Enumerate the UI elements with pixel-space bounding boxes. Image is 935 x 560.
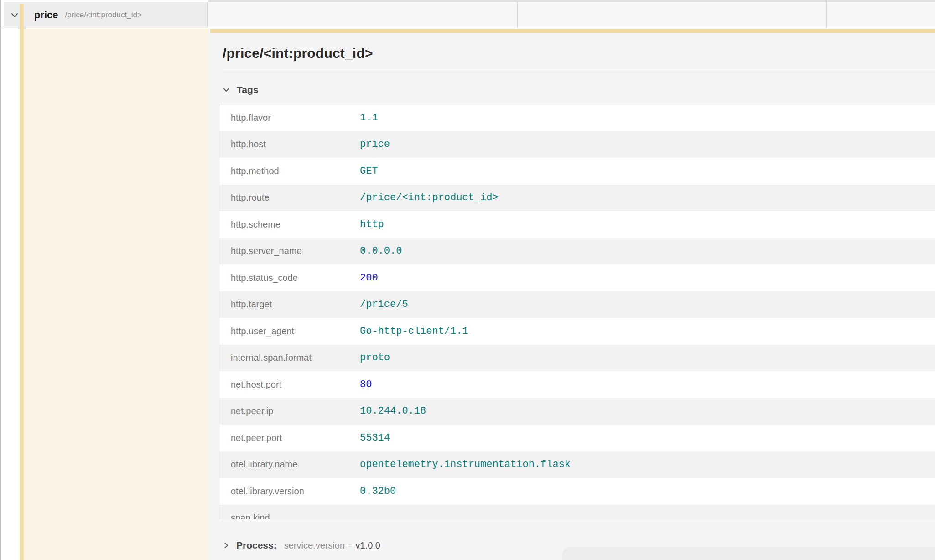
tag-value: 0.32b0: [360, 486, 396, 497]
tag-key: http.scheme: [219, 219, 360, 230]
tag-value: 55314: [360, 432, 390, 444]
header-bottom-border: [0, 28, 935, 28]
timeline-ruler: [208, 0, 935, 28]
tag-row: http.hostprice: [219, 131, 935, 158]
tag-key: http.route: [219, 192, 360, 203]
left-gutter: [1, 0, 20, 560]
tag-row: http.flavor1.1: [219, 104, 935, 131]
tag-key: http.server_name: [219, 246, 360, 256]
tag-value: GET: [360, 166, 378, 177]
tag-value: http: [360, 219, 384, 230]
tag-value: proto: [360, 352, 390, 363]
tag-value: opentelemetry.instrumentation.flask: [360, 459, 571, 470]
tag-row: http.target/price/5: [219, 291, 935, 318]
span-detail-title: /price/<int:product_id>: [223, 46, 373, 61]
process-value: v1.0.0: [355, 540, 380, 551]
tag-key: net.peer.port: [219, 433, 360, 443]
tag-row: span.kind: [219, 505, 935, 519]
process-key: service.version: [284, 540, 345, 551]
title-divider: [223, 72, 935, 72]
tag-row: http.server_name0.0.0.0: [219, 238, 935, 265]
timeline-ruler-cell: [826, 2, 935, 28]
process-section-header[interactable]: Process: service.version = v1.0.0: [223, 537, 380, 554]
tag-key: otel.library.name: [219, 459, 360, 470]
timeline-ruler-cell: [517, 2, 826, 28]
tags-section-label: Tags: [237, 84, 258, 95]
tags-table: http.flavor1.1http.hostpricehttp.methodG…: [219, 104, 935, 519]
trace-timeline-view: price /price/<int:product_id> /price/<in…: [0, 0, 935, 560]
tag-row: http.status_code200: [219, 264, 935, 291]
tag-row: http.methodGET: [219, 158, 935, 185]
tag-row: otel.library.nameopentelemetry.instrumen…: [219, 451, 935, 478]
tag-value: 0.0.0.0: [360, 245, 402, 257]
tag-key: otel.library.version: [219, 486, 360, 497]
tag-key: http.flavor: [219, 113, 360, 123]
tag-key: net.host.port: [219, 379, 360, 390]
tag-key: net.peer.ip: [219, 406, 360, 416]
process-separator: =: [348, 541, 352, 550]
tag-row: http.user_agentGo-http-client/1.1: [219, 318, 935, 345]
tag-key: span.kind: [219, 513, 360, 519]
detail-accent-bar: [210, 29, 935, 33]
tag-value: Go-http-client/1.1: [360, 326, 468, 337]
tags-section-header[interactable]: Tags: [223, 83, 258, 97]
expanded-span-row-background: [24, 28, 208, 560]
tag-row: net.host.port80: [219, 371, 935, 398]
tag-value: 1.1: [360, 112, 378, 124]
tag-row: http.schemehttp: [219, 211, 935, 238]
chevron-down-icon[interactable]: [10, 10, 20, 20]
tag-key: http.method: [219, 166, 360, 176]
chevron-down-icon[interactable]: [223, 86, 230, 93]
tag-value: 200: [360, 272, 378, 284]
process-label: Process:: [236, 540, 277, 551]
tag-key: internal.span.format: [219, 353, 360, 363]
tag-row: internal.span.formatproto: [219, 345, 935, 372]
timeline-ruler-cell: [208, 2, 517, 28]
tag-key: http.host: [219, 139, 360, 150]
tag-row: net.peer.port55314: [219, 425, 935, 451]
tag-value: /price/5: [360, 299, 408, 310]
bottom-right-panel-edge: [562, 547, 935, 560]
tag-row: net.peer.ip10.244.0.18: [219, 398, 935, 425]
tag-value: 80: [360, 379, 372, 390]
span-service-color-bar: [20, 4, 24, 560]
tag-key: http.status_code: [219, 273, 360, 283]
tag-key: http.user_agent: [219, 326, 360, 337]
span-service-name: price: [34, 9, 58, 21]
tag-key: http.target: [219, 299, 360, 310]
tag-value: /price/<int:product_id>: [360, 192, 499, 203]
chevron-right-icon[interactable]: [223, 542, 230, 549]
tag-value: 10.244.0.18: [360, 405, 426, 417]
span-operation-name: /price/<int:product_id>: [65, 10, 142, 20]
tag-row: http.route/price/<int:product_id>: [219, 185, 935, 212]
tag-value: price: [360, 139, 390, 150]
tag-row: otel.library.version0.32b0: [219, 478, 935, 505]
span-name-row[interactable]: price /price/<int:product_id>: [4, 2, 208, 28]
